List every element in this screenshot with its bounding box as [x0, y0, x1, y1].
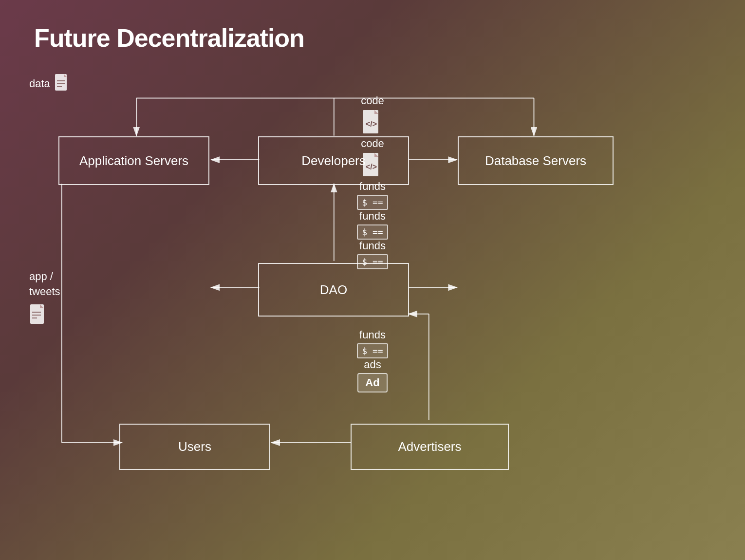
dao-box: DAO: [258, 263, 409, 317]
funds-right-label: funds: [359, 240, 386, 252]
ad-badge: Ad: [357, 373, 387, 392]
funds-bottom-label: funds: [359, 329, 386, 341]
developers-box: Developers: [258, 136, 409, 185]
diagram: Application Servers Developers Database …: [29, 73, 716, 531]
funds-left-label: funds: [359, 210, 386, 223]
advertisers-box: Advertisers: [351, 424, 509, 470]
code-left-area: code </>: [29, 94, 716, 137]
code-left-label: code: [361, 94, 384, 107]
svg-text:</>: </>: [366, 120, 377, 128]
db-servers-box: Database Servers: [458, 136, 614, 185]
developers-label: Developers: [301, 153, 366, 168]
funds-dao-top-badge: $ ==: [357, 195, 388, 210]
code-left-file-icon: </>: [362, 109, 383, 137]
ads-label: ads: [364, 358, 381, 371]
users-box: Users: [119, 424, 270, 470]
funds-bottom-area: funds $ ==: [29, 329, 716, 358]
page-title: Future Decentralization: [34, 23, 304, 53]
users-label: Users: [178, 439, 211, 454]
funds-left-badge: $ ==: [357, 224, 388, 240]
data-label: data: [29, 77, 50, 90]
app-servers-label: Application Servers: [79, 153, 188, 168]
funds-bottom-badge: $ ==: [357, 343, 388, 358]
advertisers-label: Advertisers: [398, 439, 461, 454]
ads-area: ads Ad: [29, 358, 716, 392]
data-label-area: data: [29, 73, 716, 94]
data-file-icon: [54, 73, 70, 94]
dao-label: DAO: [320, 282, 347, 298]
db-servers-label: Database Servers: [485, 153, 586, 168]
funds-left-area: funds $ ==: [29, 210, 716, 240]
app-servers-box: Application Servers: [58, 136, 209, 185]
